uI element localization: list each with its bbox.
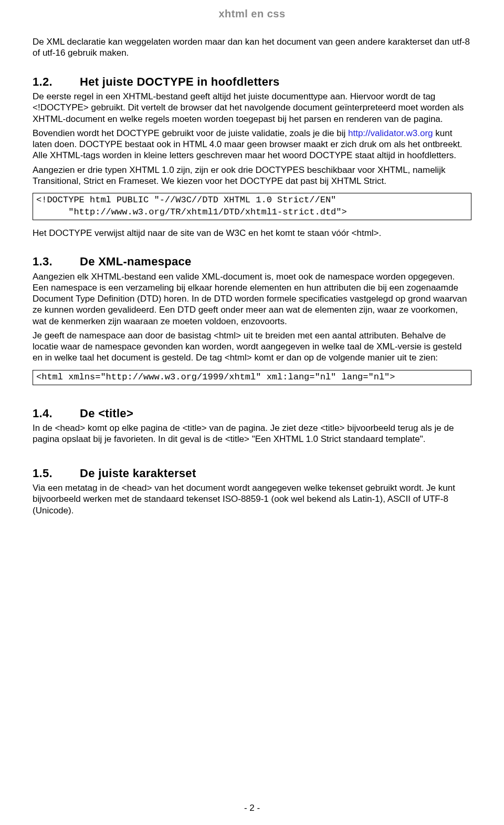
section-1-4-heading: 1.4.De <title>: [33, 406, 471, 421]
page-number: - 2 -: [0, 802, 504, 813]
section-1-2-title: Het juiste DOCTYPE in hoofdletters: [80, 75, 280, 88]
section-1-2-paragraph-after-code: Het DOCTYPE verwijst altijd naar de site…: [33, 228, 471, 239]
section-1-3-paragraph-2: Je geeft de namespace aan door de basist…: [33, 330, 471, 364]
section-1-4-title: De <title>: [80, 407, 133, 420]
section-1-2-number: 1.2.: [33, 75, 80, 89]
section-1-2-paragraph-c: Aangezien er drie typen XHTML 1.0 zijn, …: [33, 164, 471, 187]
section-1-3-title: De XML-namespace: [80, 255, 192, 268]
section-1-4-paragraph: In de <head> komt op elke pagina de <tit…: [33, 422, 471, 445]
section-1-2-heading: 1.2.Het juiste DOCTYPE in hoofdletters: [33, 75, 471, 89]
page-header-title: xhtml en css: [33, 7, 471, 20]
section-1-2-paragraph-b: Bovendien wordt het DOCTYPE gebruikt voo…: [33, 128, 471, 161]
section-1-2-text-pre: Bovendien wordt het DOCTYPE gebruikt voo…: [33, 128, 348, 138]
section-1-3-number: 1.3.: [33, 254, 80, 269]
section-1-3-paragraph-1: Aangezien elk XHTML-bestand een valide X…: [33, 271, 471, 327]
section-1-5-heading: 1.5.De juiste karakterset: [33, 466, 471, 481]
intro-paragraph: De XML declaratie kan weggelaten worden …: [33, 36, 471, 59]
doctype-code-block: <!DOCTYPE html PUBLIC "-//W3C//DTD XHTML…: [33, 193, 471, 220]
section-1-3-heading: 1.3.De XML-namespace: [33, 254, 471, 269]
section-1-5-number: 1.5.: [33, 466, 80, 481]
section-1-5-paragraph: Via een metatag in de <head> van het doc…: [33, 482, 471, 516]
section-1-5-title: De juiste karakterset: [80, 467, 196, 480]
section-1-2-paragraph-a: De eerste regel in een XHTML-bestand gee…: [33, 91, 471, 125]
html-tag-code-block: <html xmlns="http://www.w3.org/1999/xhtm…: [33, 370, 471, 385]
document-page: xhtml en css De XML declaratie kan wegge…: [0, 0, 504, 825]
validator-link[interactable]: http://validator.w3.org: [348, 128, 433, 138]
section-1-4-number: 1.4.: [33, 406, 80, 421]
